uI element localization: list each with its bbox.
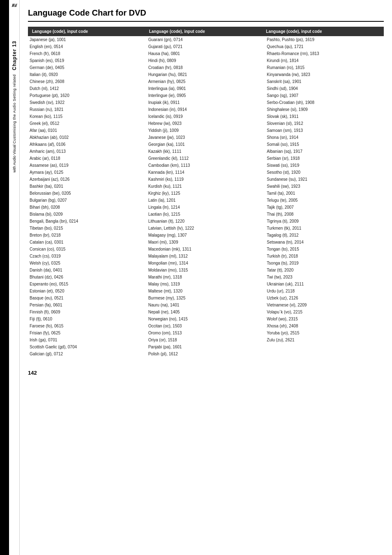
table-row: Rumanian (ro), 1815: [265, 64, 384, 71]
table-row: Arabic (ar), 0118: [28, 155, 147, 162]
table-row: Samoan (sm), 1913: [265, 127, 384, 134]
table-row: Breton (br), 0218: [28, 232, 147, 239]
table-row: Danish (da), 0401: [28, 267, 147, 274]
table-row: Croatian (hr), 0818: [147, 64, 265, 71]
table-row: Marathi (mr), 1318: [147, 274, 265, 281]
table-row: Macedonian (mk), 1311: [147, 246, 265, 253]
table-row: Hebrew (iw), 0923: [147, 120, 265, 127]
table-row: Siswati (ss), 1919: [265, 162, 384, 169]
table-row: Polish (pl), 1612: [147, 350, 265, 357]
table-row: Sundanese (su), 1921: [265, 176, 384, 183]
table-row: Serbian (sr), 1918: [265, 155, 384, 162]
table-row: Hungarian (hu), 0821: [147, 71, 265, 78]
table-row: Mongolian (mn), 1314: [147, 260, 265, 267]
table-row: Burmese (my), 1325: [147, 295, 265, 302]
table-row: Greek (el), 0512: [28, 120, 147, 127]
language-table: Language (code), input code Language (co…: [28, 27, 384, 357]
table-row: Korean (ko), 1115: [28, 113, 147, 120]
main-content: Language Code Chart for DVD Language (co…: [20, 0, 392, 555]
table-row: Bengali, Bangla (bn), 0214: [28, 218, 147, 225]
table-row: Oriya (or), 1518: [147, 336, 265, 343]
table-row: Tajik (tg), 2007: [265, 204, 384, 211]
table-row: Bislama (bi), 0209: [28, 211, 147, 218]
table-row: Indonesian (in), 0914: [147, 106, 265, 113]
table-row: Kurdish (ku), 1121: [147, 183, 265, 190]
table-row: Japanese (ja), 1001: [28, 36, 147, 43]
table-row: Esperanto (eo), 0515: [28, 281, 147, 288]
table-row: Zulu (zu), 2621: [265, 336, 384, 343]
table-row: Tatar (tt), 2020: [265, 267, 384, 274]
table-row: Sango (sg), 1907: [265, 92, 384, 99]
table-row: Lingala (ln), 1214: [147, 204, 265, 211]
table-row: Lithuanian (lt), 1220: [147, 218, 265, 225]
col2-header: Language (code), input code: [148, 28, 265, 35]
table-row: Czach (cs), 0319: [28, 253, 147, 260]
table-row: French (fr), 0618: [28, 50, 147, 57]
table-row: Finnish (fi), 0609: [28, 309, 147, 315]
table-row: Sanskrit (sa), 1901: [265, 78, 384, 85]
av-label: AV: [12, 3, 17, 8]
table-row: Afar (aa), 0101: [28, 127, 147, 134]
table-row: Slovak (sk), 1911: [265, 113, 384, 120]
table-row: Portuguese (pt), 1620: [28, 92, 147, 99]
table-row: Nauru (na), 1401: [147, 302, 265, 309]
table-row: Italian (it), 0920: [28, 71, 147, 78]
column-2: Guarani (gn), 0714Gujarati (gu), 0721Hau…: [147, 36, 265, 357]
table-row: Laotian (lo), 1215: [147, 211, 265, 218]
table-row: Vietnamese (vi), 2209: [265, 302, 384, 309]
table-row: Uzbek (uz), 2126: [265, 295, 384, 302]
table-row: Kirghiz (ky), 1125: [147, 190, 265, 197]
table-row: Corsican (co), 0315: [28, 246, 147, 253]
table-row: Malagasy (mg), 1307: [147, 232, 265, 239]
table-row: Bihari (bh), 0208: [28, 204, 147, 211]
table-row: Kirundi (rn), 1814: [265, 57, 384, 64]
table-row: Irish (ga), 0701: [28, 336, 147, 343]
table-row: Estonian (et), 0520: [28, 288, 147, 295]
table-row: Tongan (to), 2015: [265, 246, 384, 253]
table-row: Slovenian (sl), 1912: [265, 120, 384, 127]
page-container: AV Chapter 13 Customising the Audio Sett…: [0, 0, 392, 555]
col3-header: Language (code), input code: [264, 28, 381, 35]
table-row: Tamil (ta), 2001: [265, 190, 384, 197]
table-row: Belorussian (be), 0205: [28, 190, 147, 197]
chapter-label: Chapter 13: [12, 41, 17, 70]
table-row: Shona (sn), 1914: [265, 134, 384, 141]
table-row: Bulgarian (bg), 0207: [28, 197, 147, 204]
table-row: Somali (so), 1915: [265, 141, 384, 148]
table-row: Interlingue (ie), 0905: [147, 92, 265, 99]
table-row: Cambodian (km), 1113: [147, 162, 265, 169]
table-row: Icelandic (is), 0919: [147, 113, 265, 120]
table-row: Amharic (am), 0113: [28, 148, 147, 155]
table-row: Guarani (gn), 0714: [147, 36, 265, 43]
table-row: Kazakh (kk), 1111: [147, 148, 265, 155]
table-row: Maltese (mt), 1320: [147, 288, 265, 295]
table-row: Swedish (sv), 1922: [28, 99, 147, 106]
table-row: Frisian (fy), 0625: [28, 329, 147, 336]
table-row: Bashkir (ba), 0201: [28, 183, 147, 190]
table-row: Sindhi (sd), 1904: [265, 85, 384, 92]
table-row: Interlingua (ia), 0901: [147, 85, 265, 92]
table-row: Setswana (tn), 2014: [265, 239, 384, 246]
table-row: Bhutani (dz), 0426: [28, 274, 147, 281]
table-row: Fiji (fj), 0610: [28, 315, 147, 322]
table-row: Rhaeto-Romance (rm), 1813: [265, 50, 384, 57]
column-3: Pashto, Pushto (ps), 1619Quechua (qu), 1…: [265, 36, 384, 357]
table-row: Aymara (ay), 0125: [28, 169, 147, 176]
table-row: Turkish (tr), 2018: [265, 253, 384, 260]
column-1: Japanese (ja), 1001English (en), 0514Fre…: [28, 36, 147, 357]
sidebar-black-bar: [0, 0, 9, 555]
table-row: Swahili (sw), 1923: [265, 183, 384, 190]
table-row: Basque (eu), 0521: [28, 295, 147, 302]
table-row: Armenian (hy), 0825: [147, 78, 265, 85]
table-row: Inupiak (ik), 0911: [147, 99, 265, 106]
with-audio-label: with Audio Visual: [12, 145, 16, 173]
table-row: Latin (la), 1201: [147, 197, 265, 204]
table-row: Kannada (kn), 1114: [147, 169, 265, 176]
table-row: Dutch (nl), 1412: [28, 85, 147, 92]
table-row: Wolof (wo), 2315: [265, 315, 384, 322]
sidebar-text-area: AV Chapter 13 Customising the Audio Sett…: [9, 0, 20, 555]
table-row: Persian (fa), 0601: [28, 302, 147, 309]
table-row: Scottish Gaelic (gd), 0704: [28, 343, 147, 350]
table-row: Volapu¨k (vo), 2215: [265, 309, 384, 315]
table-row: Faroese (fo), 0615: [28, 322, 147, 329]
